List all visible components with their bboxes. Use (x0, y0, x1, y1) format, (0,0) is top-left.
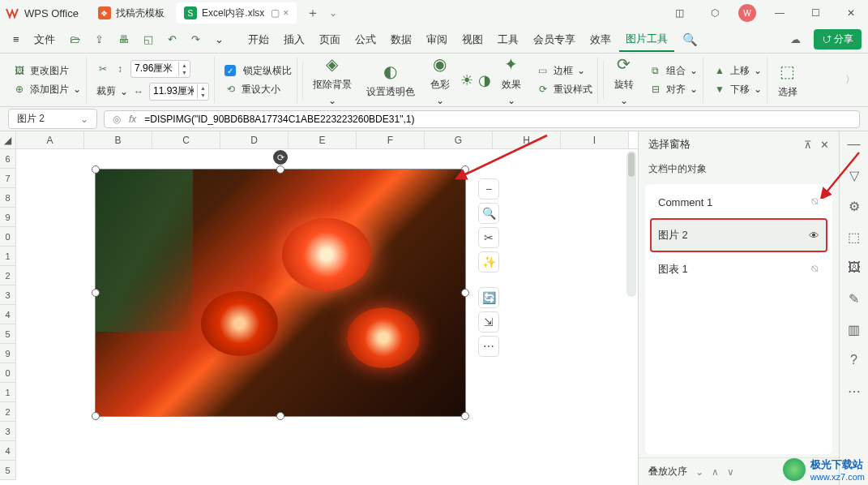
color-button[interactable]: ◉色彩 ⌄ (425, 50, 455, 109)
col-header[interactable]: E (289, 131, 357, 148)
gallery-icon[interactable]: 🖼 (844, 258, 864, 277)
tab-tools[interactable]: 工具 (491, 28, 525, 51)
zoom-in-button[interactable]: 🔍 (478, 203, 499, 224)
name-box[interactable]: 图片 2⌄ (8, 109, 97, 129)
object-item-comment[interactable]: Comment 1 ⦰ (652, 187, 826, 217)
row-header[interactable]: 7 (0, 169, 16, 188)
replace-button[interactable]: 🔄 (478, 287, 499, 308)
brightness-icon[interactable]: ☀ (460, 74, 473, 87)
tab-maximize-icon[interactable]: ▢ (271, 7, 280, 19)
resize-handle-w[interactable] (92, 289, 100, 297)
tools-icon[interactable]: ✎ (844, 289, 864, 308)
col-header[interactable]: I (561, 131, 629, 148)
move-down-button[interactable]: ▼下移 ⌄ (713, 83, 762, 97)
row-header[interactable]: 1 (0, 247, 16, 266)
col-header[interactable]: B (84, 131, 152, 148)
tab-view[interactable]: 视图 (455, 28, 490, 51)
resize-handle-sw[interactable] (92, 412, 100, 420)
chevron-down-icon[interactable]: ⌄ (80, 114, 88, 125)
tab-close-icon[interactable]: × (283, 7, 289, 19)
tab-menu-icon[interactable]: ⌄ (329, 7, 337, 19)
object-item-chart[interactable]: 图表 1 ⦰ (652, 254, 826, 285)
row-header[interactable]: 2 (0, 402, 16, 422)
effect-button[interactable]: ✦效果 ⌄ (496, 50, 527, 109)
cloud-icon[interactable]: ☁ (784, 29, 807, 49)
align-button[interactable]: ⊟对齐 ⌄ (649, 83, 698, 97)
reset-size-button[interactable]: ⟲重设大小 (224, 83, 292, 97)
spreadsheet-grid[interactable]: ◢ A B C D E F G H I 6 7 8 9 0 1 2 3 4 5 … (0, 131, 638, 485)
resize-handle-n[interactable] (276, 165, 284, 174)
row-header[interactable]: 5 (0, 461, 16, 480)
tab-page[interactable]: 页面 (313, 28, 347, 51)
magic-button[interactable]: ✨ (478, 251, 499, 273)
share-icon[interactable]: ⇪ (88, 29, 110, 49)
rotate-button[interactable]: ⟳旋转 ⌄ (609, 50, 639, 109)
row-header[interactable]: 2 (0, 266, 16, 285)
border-button[interactable]: ▭边框 ⌄ (537, 64, 592, 78)
minimize-button[interactable]: — (768, 3, 792, 23)
col-header[interactable]: G (425, 131, 493, 148)
move-up-icon[interactable]: ∧ (712, 466, 719, 478)
resize-handle-se[interactable] (461, 412, 469, 420)
resize-handle-e[interactable] (461, 289, 469, 297)
layers-icon[interactable]: ▥ (844, 320, 864, 339)
row-header[interactable]: 1 (0, 383, 16, 402)
tab-data[interactable]: 数据 (384, 28, 418, 51)
filter-icon[interactable]: ▽ (844, 165, 864, 185)
more-icon[interactable]: ⋯ (844, 381, 864, 401)
fx-icon[interactable]: fx (129, 114, 136, 125)
spin-up-icon[interactable]: ▲ (179, 62, 190, 69)
spin-down-icon[interactable]: ▼ (198, 92, 208, 99)
row-header[interactable]: 8 (0, 188, 16, 208)
zoom-out-button[interactable]: − (478, 178, 499, 200)
reset-style-button[interactable]: ⟳重设样式 (537, 83, 592, 97)
vertical-scrollbar[interactable] (626, 151, 636, 297)
print-icon[interactable]: 🖶 (112, 29, 135, 49)
preview-icon[interactable]: ◱ (137, 29, 160, 49)
tab-template[interactable]: ❖ 找稿壳模板 (90, 2, 173, 24)
close-button[interactable]: ✕ (839, 3, 863, 23)
user-avatar[interactable]: W (738, 4, 756, 22)
dropdown-icon[interactable]: ⌄ (208, 29, 230, 49)
col-header[interactable]: D (220, 131, 289, 148)
open-icon[interactable]: 🗁 (63, 29, 87, 49)
tab-picture-tools[interactable]: 图片工具 (619, 28, 674, 52)
spin-down-icon[interactable]: ▼ (179, 69, 190, 76)
ribbon-expand-icon[interactable]: 〉 (840, 68, 860, 92)
object-item-picture[interactable]: 图片 2 👁 (650, 218, 827, 252)
pin-icon[interactable]: ⊼ (804, 139, 812, 151)
resize-handle-s[interactable] (276, 412, 284, 420)
row-header[interactable]: 4 (0, 441, 16, 461)
chevron-down-icon[interactable]: ⌄ (695, 466, 703, 478)
tab-member[interactable]: 会员专享 (527, 28, 582, 51)
row-header[interactable]: 9 (0, 344, 16, 363)
target-icon[interactable]: ◎ (113, 114, 121, 125)
width-input[interactable]: ▲▼ (149, 83, 209, 101)
tab-excel-file[interactable]: S Excel内容.xlsx ▢ × (176, 2, 297, 24)
move-down-icon[interactable]: ∨ (727, 466, 734, 478)
height-input[interactable]: ▲▼ (130, 60, 190, 78)
group-button[interactable]: ⧉组合 ⌄ (649, 64, 698, 78)
share-button[interactable]: ⮍ 分享 (814, 29, 862, 49)
tab-efficiency[interactable]: 效率 (584, 28, 618, 51)
maximize-button[interactable]: ☐ (803, 3, 827, 23)
collapse-icon[interactable]: — (844, 135, 864, 154)
formula-input[interactable] (144, 114, 851, 125)
select-all-corner[interactable]: ◢ (0, 131, 16, 148)
redo-icon[interactable]: ↷ (185, 29, 207, 49)
row-header[interactable]: 9 (0, 208, 16, 227)
crop-button[interactable]: 裁剪 (96, 84, 116, 98)
row-header[interactable]: 0 (0, 227, 16, 247)
set-transparent-button[interactable]: ◐设置透明色 (361, 58, 420, 102)
change-picture-button[interactable]: 🖼更改图片 (13, 64, 81, 78)
col-header[interactable]: A (16, 131, 84, 148)
visibility-hidden-icon[interactable]: ⦰ (811, 263, 819, 276)
search-icon[interactable]: 🔍 (676, 28, 704, 51)
lock-aspect-checkbox[interactable]: ✓锁定纵横比 (224, 64, 292, 78)
col-header[interactable]: H (493, 131, 561, 148)
package-icon[interactable]: ⬡ (703, 3, 727, 23)
inserted-image[interactable]: ⟳ (95, 169, 466, 417)
crop-tool-button[interactable]: ✂ (478, 227, 499, 248)
close-pane-icon[interactable]: ✕ (820, 139, 829, 151)
row-header[interactable]: 6 (0, 149, 16, 169)
